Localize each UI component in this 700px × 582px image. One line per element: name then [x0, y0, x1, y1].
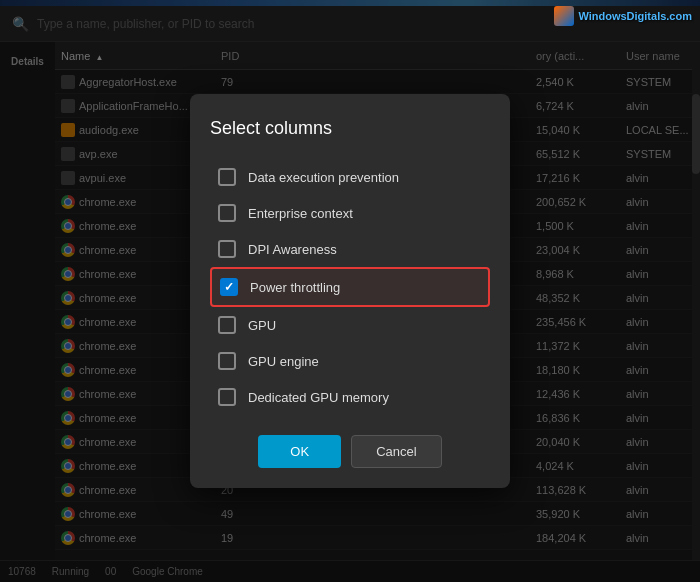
watermark: WindowsDigitals.com	[554, 6, 692, 26]
checkbox-label: GPU engine	[248, 354, 319, 369]
checkbox-box[interactable]	[218, 168, 236, 186]
watermark-windows: Windows	[578, 10, 626, 22]
select-columns-modal: Select columns Data execution prevention…	[190, 94, 510, 488]
ok-button[interactable]: OK	[258, 435, 341, 468]
check-icon: ✓	[224, 280, 234, 294]
checkbox-box[interactable]	[218, 316, 236, 334]
checkbox-label: GPU	[248, 318, 276, 333]
checkbox-item-0[interactable]: Data execution prevention	[210, 159, 490, 195]
watermark-text: WindowsDigitals.com	[578, 10, 692, 22]
cancel-button[interactable]: Cancel	[351, 435, 441, 468]
checkbox-item-3[interactable]: ✓ Power throttling	[210, 267, 490, 307]
checkbox-box[interactable]: ✓	[220, 278, 238, 296]
checkbox-label: Enterprise context	[248, 206, 353, 221]
checkbox-box[interactable]	[218, 240, 236, 258]
checkbox-item-4[interactable]: GPU	[210, 307, 490, 343]
checkbox-label: DPI Awareness	[248, 242, 337, 257]
checkbox-label: Data execution prevention	[248, 170, 399, 185]
checkbox-box[interactable]	[218, 204, 236, 222]
checkbox-item-5[interactable]: GPU engine	[210, 343, 490, 379]
checkbox-label: Dedicated GPU memory	[248, 390, 389, 405]
modal-buttons: OK Cancel	[210, 435, 490, 468]
modal-title: Select columns	[210, 118, 490, 139]
checkbox-box[interactable]	[218, 352, 236, 370]
checkbox-list: Data execution prevention Enterprise con…	[210, 159, 490, 415]
watermark-suffix: .com	[666, 10, 692, 22]
checkbox-item-6[interactable]: Dedicated GPU memory	[210, 379, 490, 415]
checkbox-box[interactable]	[218, 388, 236, 406]
watermark-digitals: Digitals	[627, 10, 667, 22]
checkbox-item-2[interactable]: DPI Awareness	[210, 231, 490, 267]
checkbox-item-1[interactable]: Enterprise context	[210, 195, 490, 231]
watermark-icon	[554, 6, 574, 26]
checkbox-label: Power throttling	[250, 280, 340, 295]
